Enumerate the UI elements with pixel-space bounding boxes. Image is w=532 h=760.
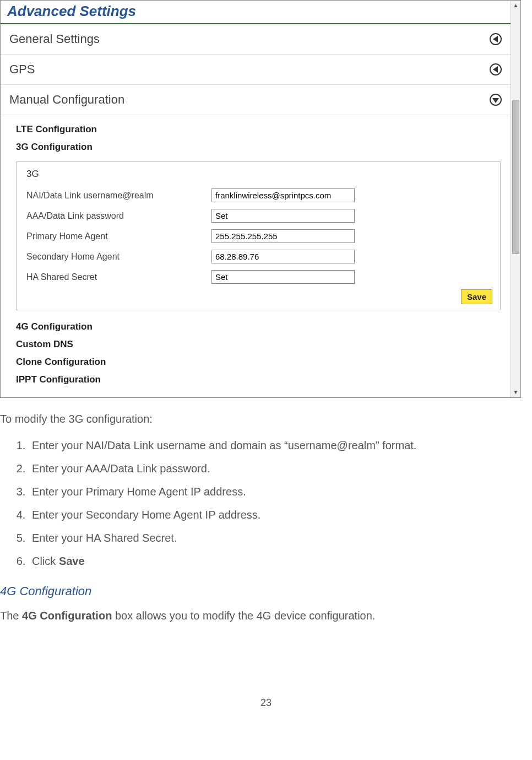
manual-configuration-label: Manual Configuration [9, 93, 124, 107]
lte-configuration-link[interactable]: LTE Configuration [16, 121, 511, 138]
general-settings-label: General Settings [9, 32, 100, 46]
save-button[interactable]: Save [461, 289, 492, 304]
gps-label: GPS [9, 62, 35, 77]
step-1: Enter your NAI/Data Link username and do… [29, 434, 521, 457]
hashared-input[interactable] [211, 270, 355, 284]
settings-screenshot: ▲ ▼ Advanced Settings General Settings G… [0, 0, 521, 398]
collapse-left-icon[interactable] [490, 63, 502, 76]
aaa-label: AAA/Data Link password [24, 211, 211, 221]
manual-configuration-row[interactable]: Manual Configuration [1, 85, 511, 115]
document-body: To modify the 3G configuration: Enter yo… [0, 398, 532, 623]
4g-paragraph: The 4G Configuration box allows you to m… [0, 608, 521, 623]
sha-label: Secondary Home Agent [24, 252, 211, 262]
step-5: Enter your HA Shared Secret. [29, 527, 521, 550]
gps-row[interactable]: GPS [1, 55, 511, 85]
vertical-scrollbar[interactable]: ▲ ▼ [511, 1, 520, 397]
scrollbar-thumb[interactable] [512, 100, 519, 254]
pha-input[interactable] [211, 229, 355, 243]
nai-input[interactable] [211, 188, 355, 202]
intro-paragraph: To modify the 3G configuration: [0, 411, 521, 427]
nai-label: NAI/Data Link username@realm [24, 191, 211, 201]
collapse-left-icon[interactable] [490, 33, 502, 45]
hashared-label: HA Shared Secret [24, 272, 211, 282]
sha-input[interactable] [211, 250, 355, 263]
pha-label: Primary Home Agent [24, 231, 211, 241]
clone-configuration-link[interactable]: Clone Configuration [16, 353, 511, 371]
step-4: Enter your Secondary Home Agent IP addre… [29, 504, 521, 527]
4g-configuration-subheading: 4G Configuration [0, 583, 521, 600]
step-2: Enter your AAA/Data Link password. [29, 457, 521, 481]
general-settings-row[interactable]: General Settings [1, 24, 511, 55]
scroll-down-arrow-icon[interactable]: ▼ [511, 387, 520, 397]
custom-dns-link[interactable]: Custom DNS [16, 336, 511, 353]
scroll-up-arrow-icon[interactable]: ▲ [511, 1, 520, 10]
step-3: Enter your Primary Home Agent IP address… [29, 481, 521, 504]
4g-configuration-link[interactable]: 4G Configuration [16, 318, 511, 336]
3g-configuration-link[interactable]: 3G Configuration [16, 138, 511, 156]
step-6: Click Save [29, 550, 521, 573]
page-number: 23 [0, 631, 532, 714]
advanced-settings-heading: Advanced Settings [1, 1, 511, 24]
aaa-input[interactable] [211, 209, 355, 223]
expand-down-icon[interactable] [490, 94, 502, 106]
steps-list: Enter your NAI/Data Link username and do… [0, 434, 521, 573]
ippt-configuration-link[interactable]: IPPT Configuration [16, 371, 511, 389]
3g-form-title: 3G [24, 169, 492, 180]
3g-form-box: 3G NAI/Data Link username@realm AAA/Data… [16, 161, 501, 310]
